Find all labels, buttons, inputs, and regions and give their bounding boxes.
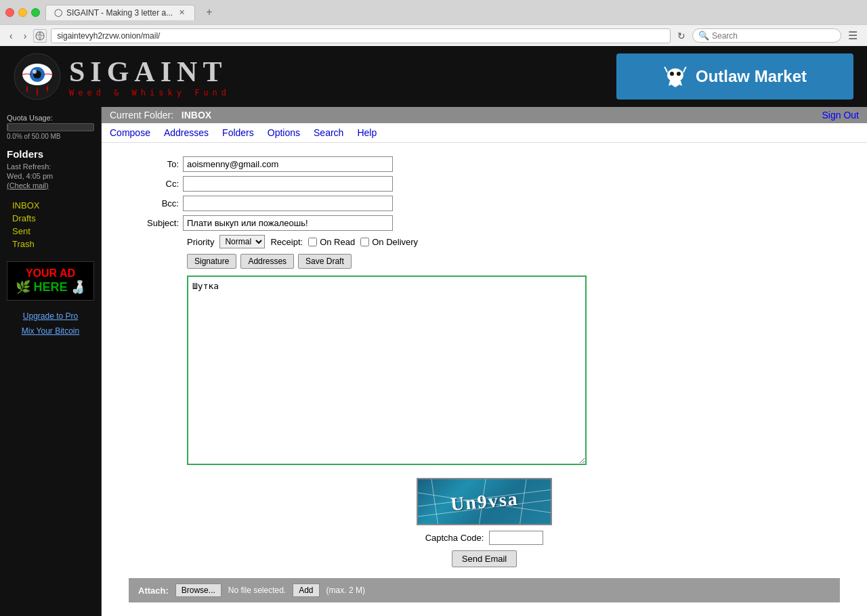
folder-bar: Current Folder: INBOX Sign Out [102, 107, 867, 123]
address-bar[interactable] [51, 28, 671, 43]
to-field[interactable] [183, 156, 393, 172]
add-attachment-button[interactable]: Add [293, 584, 319, 597]
sign-out-link[interactable]: Sign Out [822, 110, 859, 120]
cc-label: Cc: [129, 179, 183, 189]
nav-search[interactable]: Search [314, 127, 343, 138]
quota-bar-inner [7, 124, 8, 131]
nav-links: Compose Addresses Folders Options Search… [102, 123, 867, 143]
nav-options[interactable]: Options [268, 127, 300, 138]
browser-tab[interactable]: ◯ SIGAINT - Making 3 letter a... ✕ [45, 5, 195, 20]
minimize-button[interactable] [18, 8, 27, 17]
compose-form: To: Cc: Bcc: Subject: Priority Normal Hi… [102, 143, 867, 616]
on-delivery-checkbox[interactable] [360, 238, 369, 246]
attach-bar: Attach: Browse... No file selected. Add … [129, 578, 840, 602]
on-read-checkbox-label: On Read [308, 237, 355, 247]
site-header: SIGAINT Weed & Whisky Fund Outlaw Market [0, 46, 867, 107]
sidebar-item-sent[interactable]: Sent [7, 225, 94, 238]
priority-select[interactable]: Normal High Low [219, 235, 265, 248]
search-icon: 🔍 [698, 30, 709, 41]
tab-title: SIGAINT - Making 3 letter a... [66, 8, 173, 18]
svg-point-6 [667, 68, 683, 82]
on-read-label: On Read [320, 237, 355, 247]
to-row: To: [129, 156, 840, 172]
logo-tagline: Weed & Whisky Fund [69, 88, 230, 97]
attach-label: Attach: [138, 586, 169, 596]
subject-field[interactable] [183, 215, 393, 231]
nav-addresses[interactable]: Addresses [164, 127, 209, 138]
bcc-field[interactable] [183, 196, 393, 211]
search-input[interactable] [712, 31, 820, 41]
subject-label: Subject: [129, 218, 183, 228]
outlaw-button-label: Outlaw Market [696, 67, 807, 86]
on-delivery-checkbox-label: On Delivery [360, 237, 418, 247]
last-refresh-line1: Last Refresh: [7, 162, 94, 171]
outlaw-icon [663, 64, 688, 89]
svg-point-5 [33, 70, 37, 74]
cc-row: Cc: [129, 176, 840, 192]
logo-icon [14, 53, 61, 100]
main-layout: Quota Usage: 0.0% of 50.00 MB Folders La… [0, 107, 867, 616]
svg-point-7 [670, 72, 674, 76]
check-mail-link[interactable]: (Check mail) [7, 181, 94, 190]
priority-label: Priority [187, 237, 214, 247]
quota-text: 0.0% of 50.00 MB [7, 133, 94, 140]
logo-area: SIGAINT Weed & Whisky Fund [14, 53, 230, 100]
nav-folders[interactable]: Folders [222, 127, 254, 138]
title-bar: ◯ SIGAINT - Making 3 letter a... ✕ + [0, 0, 867, 24]
ad-line2: 🌿 HERE 🍶 [13, 280, 88, 294]
logo-text-area: SIGAINT Weed & Whisky Fund [69, 56, 230, 97]
captcha-label-row: Captcha Code: [425, 531, 544, 545]
nav-help[interactable]: Help [357, 127, 377, 138]
svg-point-8 [677, 72, 681, 76]
signature-button[interactable]: Signature [187, 254, 236, 269]
message-body[interactable]: Шутка [187, 276, 587, 465]
new-tab-button[interactable]: + [200, 3, 217, 21]
save-draft-button[interactable]: Save Draft [298, 254, 352, 269]
svg-point-0 [36, 32, 44, 40]
captcha-input[interactable] [489, 531, 543, 545]
reload-button[interactable]: ↻ [673, 29, 690, 43]
close-button[interactable] [5, 8, 14, 17]
bcc-label: Bcc: [129, 198, 183, 208]
cc-field[interactable] [183, 176, 393, 192]
sidebar-item-drafts[interactable]: Drafts [7, 212, 94, 225]
sidebar: Quota Usage: 0.0% of 50.00 MB Folders La… [0, 107, 102, 616]
nav-compose[interactable]: Compose [110, 127, 150, 138]
captcha-section: Un9vsa Captcha Code: Send Email [129, 478, 840, 567]
bcc-row: Bcc: [129, 196, 840, 211]
compose-btn-row: Signature Addresses Save Draft [129, 254, 840, 269]
folders-title: Folders [7, 148, 94, 160]
maximize-button[interactable] [31, 8, 40, 17]
current-folder-prefix: Current Folder: [110, 110, 173, 120]
outlaw-market-button[interactable]: Outlaw Market [616, 53, 853, 100]
search-bar-container: 🔍 [692, 28, 841, 43]
content-area: Current Folder: INBOX Sign Out Compose A… [102, 107, 867, 616]
to-label: To: [129, 159, 183, 169]
mix-bitcoin-link[interactable]: Mix Your Bitcoin [7, 326, 94, 336]
tab-close-button[interactable]: ✕ [177, 8, 186, 18]
max-size-label: (max. 2 M) [326, 586, 365, 595]
address-icon [33, 29, 47, 43]
logo-main-text: SIGAINT [69, 56, 230, 88]
priority-row: Priority Normal High Low Receipt: On Rea… [129, 235, 840, 248]
on-read-checkbox[interactable] [308, 238, 317, 246]
quota-bar-outer [7, 123, 94, 131]
body-container: Шутка [129, 276, 840, 467]
menu-button[interactable]: ☰ [844, 28, 862, 43]
sidebar-item-trash[interactable]: Trash [7, 238, 94, 250]
forward-button[interactable]: › [20, 29, 31, 43]
last-refresh-line2: Wed, 4:05 pm [7, 172, 94, 180]
back-button[interactable]: ‹ [5, 29, 17, 43]
folder-bar-left: Current Folder: INBOX [110, 110, 211, 120]
subject-row: Subject: [129, 215, 840, 231]
captcha-code-label: Captcha Code: [425, 533, 484, 543]
no-file-label: No file selected. [228, 586, 286, 595]
browse-button[interactable]: Browse... [175, 584, 221, 597]
addresses-button[interactable]: Addresses [240, 254, 294, 269]
captcha-image: Un9vsa [417, 478, 552, 525]
sidebar-item-inbox[interactable]: INBOX [7, 199, 94, 212]
upgrade-to-pro-link[interactable]: Upgrade to Pro [7, 311, 94, 321]
current-folder-name: INBOX [182, 110, 211, 120]
send-email-button[interactable]: Send Email [452, 550, 517, 567]
browser-nav-bar: ‹ › ↻ 🔍 ☰ [0, 24, 867, 46]
